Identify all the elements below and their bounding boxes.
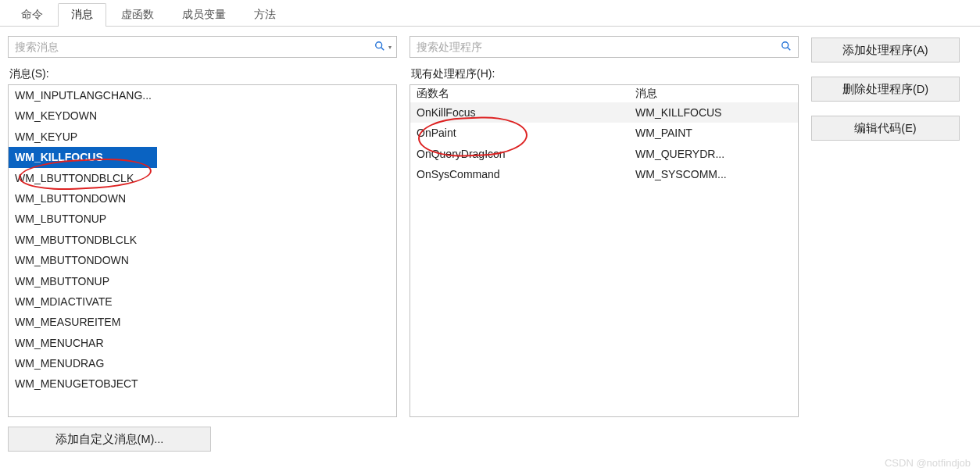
search-messages-box[interactable]: ▾ [8,36,397,58]
header-msg: 消息 [635,87,657,101]
list-item[interactable]: WM_MDIACTIVATE [9,291,396,312]
delete-handler-button[interactable]: 删除处理程序(D) [811,77,960,102]
add-custom-message-button[interactable]: 添加自定义消息(M)... [8,427,211,452]
handlers-table[interactable]: 函数名 消息 OnKillFocusWM_KILLFOCUSOnPaintWM_… [410,84,799,417]
cell-func: OnSysCommand [417,166,635,183]
search-messages-input[interactable] [13,40,373,54]
tab-strip: 命令 消息 虚函数 成员变量 方法 [0,0,980,27]
table-row[interactable]: OnSysCommandWM_SYSCOMM... [410,164,798,184]
list-item[interactable]: WM_MENUCHAR [9,333,396,353]
cell-func: OnQueryDragIcon [417,145,635,162]
tab-messages[interactable]: 消息 [58,3,106,27]
messages-listbox[interactable]: WM_INPUTLANGCHANG...WM_KEYDOWNWM_KEYUPWM… [8,84,397,417]
cell-msg: WM_KILLFOCUS [635,104,721,121]
list-item[interactable]: WM_KEYDOWN [9,105,396,126]
search-icon[interactable] [373,41,387,53]
svg-line-1 [381,48,384,51]
list-item[interactable]: WM_MEASUREITEM [9,312,396,332]
list-item[interactable]: WM_MBUTTONUP [9,271,396,291]
list-item[interactable]: WM_LBUTTONDOWN [9,188,396,209]
cell-msg: WM_SYSCOMM... [635,166,727,183]
list-item[interactable]: WM_LBUTTONUP [9,209,396,229]
table-row[interactable]: OnQueryDragIconWM_QUERYDR... [410,144,798,164]
list-item[interactable]: WM_INPUTLANGCHANG... [9,85,396,105]
edit-code-button[interactable]: 编辑代码(E) [811,116,960,141]
list-item[interactable]: WM_MBUTTONDBLCLK [9,230,396,250]
list-item[interactable]: WM_KILLFOCUS [9,147,396,167]
messages-label: 消息(S): [9,67,397,81]
search-handlers-input[interactable] [415,40,779,54]
table-row[interactable]: OnPaintWM_PAINT [410,123,798,143]
handlers-label: 现有处理程序(H): [411,67,799,81]
list-item[interactable]: WM_MBUTTONDOWN [9,250,396,270]
tab-commands[interactable]: 命令 [8,3,56,27]
svg-line-3 [788,48,791,51]
cell-msg: WM_PAINT [635,124,692,141]
cell-msg: WM_QUERYDR... [635,145,724,162]
search-icon[interactable] [779,41,793,53]
table-row[interactable]: OnKillFocusWM_KILLFOCUS [410,102,798,123]
chevron-down-icon[interactable]: ▾ [388,44,392,51]
search-handlers-box[interactable] [410,36,799,58]
cell-func: OnKillFocus [417,104,635,121]
list-item[interactable]: WM_LBUTTONDBLCLK [9,168,396,188]
svg-point-0 [376,42,382,48]
header-func: 函数名 [417,87,635,101]
tab-methods[interactable]: 方法 [241,3,289,27]
tab-virtual-functions[interactable]: 虚函数 [108,3,167,27]
add-handler-button[interactable]: 添加处理程序(A) [811,38,960,62]
watermark-text: CSDN @notfindjob [885,457,971,469]
list-item[interactable]: WM_MENUGETOBJECT [9,373,396,394]
tab-member-variables[interactable]: 成员变量 [169,3,239,27]
list-item[interactable]: WM_MENUDRAG [9,353,396,373]
cell-func: OnPaint [417,124,635,141]
svg-point-2 [782,42,789,48]
list-item[interactable]: WM_KEYUP [9,127,396,147]
handlers-table-header: 函数名 消息 [410,85,798,102]
